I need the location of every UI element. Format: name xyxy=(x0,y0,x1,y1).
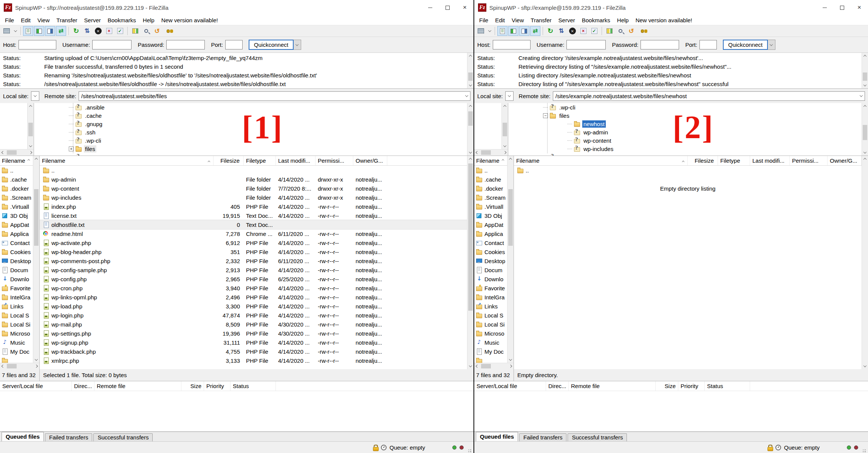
column-header[interactable]: Remote file xyxy=(569,381,656,391)
column-header[interactable]: Server/Local file xyxy=(0,381,72,391)
menu-item[interactable]: File xyxy=(476,17,492,23)
quickconnect-dropdown[interactable] xyxy=(768,40,775,50)
file-row[interactable]: wp-links-opml.php2,496PHP File4/14/2020 … xyxy=(40,293,467,302)
quickconnect-dropdown[interactable] xyxy=(294,40,301,50)
local-tree-vscrollbar[interactable] xyxy=(27,103,34,149)
cancel-button[interactable]: × xyxy=(567,26,577,36)
remote-tree-scrollbar[interactable] xyxy=(862,103,868,156)
queue-tab[interactable]: Successful transfers xyxy=(568,433,627,441)
tree-expander[interactable] xyxy=(567,132,572,133)
scroll-thumb[interactable] xyxy=(7,150,17,155)
scroll-up-button[interactable] xyxy=(33,156,39,162)
menu-item[interactable]: Edit xyxy=(492,17,508,23)
scroll-up-button[interactable] xyxy=(28,103,34,109)
local-file-item[interactable]: Microso xyxy=(474,329,507,338)
local-filename-header[interactable]: Filename xyxy=(474,156,507,166)
local-file-item[interactable]: .docker xyxy=(0,184,33,193)
resize-grip[interactable] xyxy=(861,448,866,453)
scroll-thumb[interactable] xyxy=(863,72,867,81)
local-file-item[interactable]: .cache xyxy=(474,175,507,184)
local-tree-pane[interactable] xyxy=(474,103,508,156)
local-file-item[interactable]: AppDat xyxy=(474,220,507,229)
local-file-item[interactable]: Desktop xyxy=(0,256,33,265)
scroll-up-button[interactable] xyxy=(862,156,868,162)
menu-item[interactable]: Server xyxy=(81,17,104,23)
toggle-local-tree-button[interactable] xyxy=(508,26,518,36)
local-file-item[interactable]: .. xyxy=(474,166,507,175)
local-file-item[interactable]: Docum xyxy=(0,265,33,274)
scroll-down-button[interactable] xyxy=(467,149,473,156)
file-row[interactable]: wp-contentFile folder7/7/2020 8:...drwxr… xyxy=(40,184,467,193)
toggle-message-log-button[interactable] xyxy=(497,26,507,36)
toggle-remote-tree-button[interactable] xyxy=(45,26,55,36)
local-file-item[interactable]: Docum xyxy=(474,265,507,274)
synchronized-browsing-button[interactable]: ↺ xyxy=(152,26,162,36)
column-header[interactable]: Priority xyxy=(678,381,705,391)
local-file-item[interactable]: 3D Obj xyxy=(474,211,507,220)
scroll-up-button[interactable] xyxy=(467,103,473,109)
local-site-dropdown[interactable] xyxy=(505,91,514,101)
column-header[interactable]: Owner/G... xyxy=(828,156,862,165)
local-file-item[interactable]: .Virtuall xyxy=(474,202,507,211)
close-button[interactable]: × xyxy=(456,0,473,15)
local-site-dropdown[interactable] xyxy=(31,91,39,101)
local-file-item[interactable]: My Doc xyxy=(0,347,33,356)
file-row[interactable]: index.php405PHP File4/14/2020 ...-rw-r--… xyxy=(40,202,467,211)
log-scrollbar[interactable] xyxy=(862,53,868,88)
scroll-down-button[interactable] xyxy=(507,357,514,363)
column-header[interactable]: Size xyxy=(181,381,204,391)
scroll-right-button[interactable] xyxy=(28,149,34,156)
scroll-left-button[interactable] xyxy=(0,363,6,369)
file-row[interactable]: readme.html7,278Chrome ...6/11/2020 ...-… xyxy=(40,229,467,238)
tree-item[interactable] xyxy=(508,153,868,156)
column-header[interactable]: Permissi... xyxy=(316,156,353,165)
local-file-item[interactable]: .cache xyxy=(0,175,33,184)
host-input[interactable] xyxy=(19,40,56,49)
column-header[interactable]: Filesize xyxy=(214,156,244,165)
local-file-item[interactable]: .Scream xyxy=(0,193,33,202)
toggle-queue-button[interactable]: ⇄ xyxy=(530,26,540,36)
menu-item[interactable]: Help xyxy=(139,17,158,23)
file-row[interactable]: wp-includesFile folder4/14/2020 ...drwxr… xyxy=(40,193,467,202)
menu-item[interactable]: Bookmarks xyxy=(104,17,139,23)
local-filename-header[interactable]: Filename xyxy=(0,156,33,166)
column-header[interactable]: Last modifi... xyxy=(276,156,316,165)
local-file-item[interactable]: Music xyxy=(0,338,33,347)
file-list-scrollbar[interactable] xyxy=(467,156,473,369)
local-tree-hscrollbar[interactable] xyxy=(0,149,34,156)
close-button[interactable]: × xyxy=(851,0,868,15)
scroll-down-button[interactable] xyxy=(862,82,868,88)
local-tree-pane[interactable] xyxy=(0,103,34,156)
file-row[interactable]: .. xyxy=(514,166,862,175)
local-file-item[interactable]: Microso xyxy=(0,329,33,338)
port-input[interactable] xyxy=(699,40,717,49)
maximize-button[interactable] xyxy=(439,0,456,15)
resize-grip[interactable] xyxy=(467,448,472,453)
column-header[interactable]: Server/Local file xyxy=(474,381,546,391)
file-list-scrollbar[interactable] xyxy=(862,156,868,369)
log-scrollbar[interactable] xyxy=(467,53,473,88)
titlebar[interactable]: Fz SpinupWP - sftp://example@159.89.229.… xyxy=(474,0,868,15)
scroll-thumb[interactable] xyxy=(468,111,473,126)
file-row[interactable]: .. xyxy=(40,166,467,175)
local-file-item[interactable]: Local S xyxy=(474,311,507,320)
scroll-right-button[interactable] xyxy=(502,149,508,156)
local-file-item[interactable]: .. xyxy=(0,166,33,175)
directory-comparison-button[interactable] xyxy=(604,26,614,36)
username-input[interactable] xyxy=(566,40,606,49)
scroll-thumb[interactable] xyxy=(468,72,473,81)
column-header[interactable]: Size xyxy=(656,381,678,391)
quickconnect-button[interactable]: Quickconnect xyxy=(249,40,294,50)
local-file-item[interactable]: Cookies xyxy=(0,247,33,256)
local-file-item[interactable]: IntelGra xyxy=(0,293,33,302)
file-row[interactable]: wp-config.php2,965PHP File6/25/2020 ...-… xyxy=(40,274,467,284)
file-row[interactable]: wp-comments-post.php2,332PHP File6/11/20… xyxy=(40,256,467,265)
local-file-item[interactable]: Contact xyxy=(474,238,507,247)
scroll-right-button[interactable] xyxy=(33,363,39,369)
toggle-remote-tree-button[interactable] xyxy=(519,26,529,36)
scroll-up-button[interactable] xyxy=(467,53,473,59)
menu-item[interactable]: View xyxy=(508,17,527,23)
reconnect-button[interactable]: ✓ xyxy=(115,26,125,36)
scroll-thumb[interactable] xyxy=(468,163,473,311)
local-file-item[interactable]: Links xyxy=(0,302,33,311)
